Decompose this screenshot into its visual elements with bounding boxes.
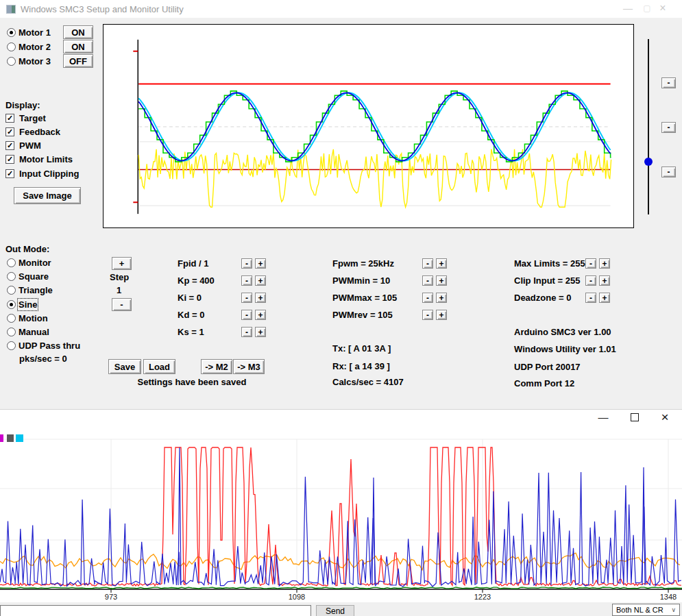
ki-plus-button[interactable]: +	[255, 293, 266, 303]
out-mode-section-label: Out Mode:	[5, 244, 49, 254]
ks-plus-button[interactable]: +	[255, 327, 266, 337]
scope-slider-thumb[interactable]	[644, 158, 653, 166]
pwmrev-minus-button[interactable]: -	[422, 310, 433, 320]
checkbox-box: ✓	[5, 127, 14, 136]
pwmmin-plus-button[interactable]: +	[436, 275, 447, 286]
svg-text:1098: 1098	[289, 593, 305, 601]
radio-out-udp-pass-thru[interactable]: UDP Pass thru	[5, 341, 95, 352]
deadzone-minus-button[interactable]: -	[585, 293, 596, 303]
radio-out-triangle[interactable]: Triangle	[5, 285, 81, 296]
svg-text:1223: 1223	[474, 593, 491, 601]
ki-minus-button[interactable]: -	[241, 293, 252, 303]
kd-plus-button[interactable]: +	[255, 310, 266, 320]
radio-out-sine[interactable]: Sine	[5, 299, 81, 310]
checkbox-target[interactable]: ✓ Target	[5, 113, 88, 124]
checkbox-label: Input Clipping	[19, 169, 79, 179]
plotter-close-button[interactable]: ×	[657, 410, 672, 425]
pid-scope-plot	[103, 24, 634, 228]
radio-out-motion[interactable]: Motion	[5, 313, 81, 324]
pwmmax-label: PWMmax = 105	[332, 293, 397, 303]
status-message: Settings have been saved	[113, 377, 271, 387]
window-title: Windows SMC3 Setup and Monitor Utility	[21, 4, 184, 14]
max-limits-minus-button[interactable]: -	[585, 258, 596, 269]
kp-label: Kp = 400	[178, 275, 215, 286]
pwmmax-minus-button[interactable]: -	[422, 293, 433, 303]
deadzone-label: Deadzone = 0	[514, 293, 571, 303]
pwmrev-plus-button[interactable]: +	[436, 310, 447, 320]
line-ending-dropdown[interactable]: Both NL & CR ∨	[612, 604, 680, 616]
fpwm-minus-button[interactable]: -	[422, 258, 433, 269]
radio-motor-3[interactable]: Motor 3	[5, 56, 60, 67]
legend-swatch-gray	[7, 434, 14, 442]
fpid-minus-button[interactable]: -	[241, 258, 252, 269]
kd-label: Kd = 0	[178, 310, 204, 320]
clip-input-minus-button[interactable]: -	[585, 275, 596, 286]
legend-swatch-magenta	[0, 434, 3, 442]
fpid-plus-button[interactable]: +	[255, 258, 266, 269]
radio-dot	[7, 42, 16, 51]
radio-dot	[7, 328, 16, 336]
close-button[interactable]: ×	[655, 1, 670, 15]
kp-minus-button[interactable]: -	[241, 275, 252, 286]
check-icon: ✓	[7, 114, 13, 122]
maximize-button[interactable]: ▢	[640, 1, 655, 15]
checkbox-feedback[interactable]: ✓ Feedback	[5, 127, 88, 138]
ki-label: Ki = 0	[178, 293, 202, 303]
radio-out-monitor[interactable]: Monitor	[5, 258, 81, 269]
clip-input-plus-button[interactable]: +	[599, 275, 610, 286]
copy-to-m2-button[interactable]: -> M2	[201, 359, 232, 374]
ks-minus-button[interactable]: -	[241, 327, 252, 337]
step-plus-button[interactable]: +	[112, 257, 132, 270]
fpwm-plus-button[interactable]: +	[436, 258, 447, 269]
send-button[interactable]: Send	[316, 605, 354, 616]
plotter-minimize-button[interactable]: —	[596, 411, 611, 423]
arduino-version-label: Arduino SMC3 ver 1.00	[514, 327, 611, 337]
motor-2-label: Motor 2	[19, 42, 51, 52]
radio-dot	[7, 258, 16, 267]
checkbox-motor-limits[interactable]: ✓ Motor Limits	[5, 154, 95, 165]
scope-line-3-minus-button[interactable]: -	[661, 167, 676, 177]
radio-motor-1[interactable]: Motor 1	[5, 27, 60, 38]
minimize-button[interactable]: —	[620, 1, 635, 15]
out-mode-label: Monitor	[19, 258, 51, 268]
kd-minus-button[interactable]: -	[241, 310, 252, 320]
step-minus-button[interactable]: -	[112, 298, 132, 311]
load-button[interactable]: Load	[143, 359, 175, 374]
scope-slider-track[interactable]	[648, 39, 649, 214]
scope-line-1-minus-button[interactable]: -	[661, 77, 676, 88]
line-ending-value: Both NL & CR	[616, 606, 663, 614]
scope-line-2-minus-button[interactable]: -	[661, 122, 676, 133]
motor-3-power-button[interactable]: OFF	[63, 54, 93, 68]
save-button[interactable]: Save	[108, 359, 141, 374]
serial-plotter-plot: 973109812231348	[0, 410, 682, 603]
copy-to-m3-button[interactable]: -> M3	[233, 359, 265, 374]
radio-dot	[7, 272, 16, 281]
motor-1-power-button[interactable]: ON	[63, 25, 93, 39]
radio-out-square[interactable]: Square	[5, 271, 81, 282]
app-icon	[6, 5, 16, 14]
radio-dot	[7, 314, 16, 323]
pwmrev-label: PWMrev = 105	[332, 310, 393, 320]
pwmmax-plus-button[interactable]: +	[436, 293, 447, 303]
checkbox-pwm[interactable]: ✓ PWM	[5, 140, 88, 151]
radio-out-manual[interactable]: Manual	[5, 327, 81, 338]
motor-2-power-button[interactable]: ON	[63, 40, 93, 53]
checkbox-input-clipping[interactable]: ✓ Input Clipping	[5, 169, 95, 180]
radio-motor-2[interactable]: Motor 2	[5, 42, 60, 53]
svg-text:973: 973	[105, 593, 117, 601]
fpid-label: Fpid / 1	[178, 258, 209, 269]
out-mode-label: Motion	[19, 313, 48, 323]
tx-readout: Tx: [ A 01 3A ]	[332, 343, 391, 354]
screen: Windows SMC3 Setup and Monitor Utility —…	[0, 0, 682, 616]
out-mode-label: Sine	[19, 299, 37, 310]
checkbox-box: ✓	[5, 155, 14, 164]
pwmmin-minus-button[interactable]: -	[422, 275, 433, 286]
save-image-button[interactable]: Save Image	[14, 187, 81, 204]
chevron-down-icon: ∨	[671, 606, 676, 613]
max-limits-plus-button[interactable]: +	[599, 258, 610, 269]
radio-dot	[7, 300, 16, 309]
kp-plus-button[interactable]: +	[255, 275, 266, 286]
deadzone-plus-button[interactable]: +	[599, 293, 610, 303]
serial-message-input[interactable]	[0, 605, 311, 616]
plotter-maximize-button[interactable]	[631, 413, 639, 421]
